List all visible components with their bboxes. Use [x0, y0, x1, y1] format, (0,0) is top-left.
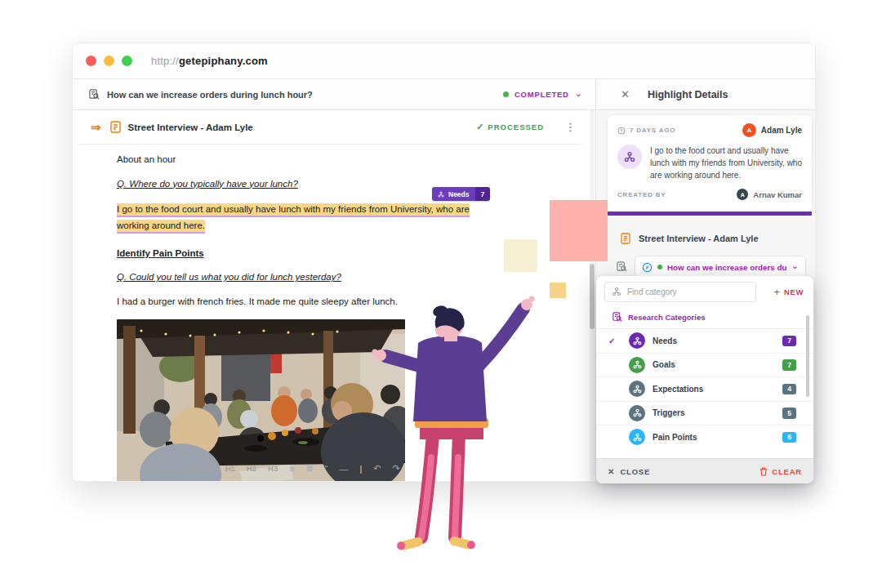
- clock-icon: [617, 127, 626, 135]
- category-icon: [612, 287, 621, 296]
- category-name: Needs: [653, 336, 677, 345]
- question-dropdown-row: How can we increase orders during lu... …: [596, 256, 816, 278]
- timestamp: 7 DAYS AGO: [617, 127, 675, 135]
- traffic-light-maximize[interactable]: [122, 56, 132, 66]
- url-scheme: http://: [151, 55, 179, 67]
- badge-label: Needs: [448, 190, 470, 198]
- quote-text: I go to the food court and usually have …: [650, 145, 802, 181]
- close-icon[interactable]: ✕: [621, 88, 630, 100]
- check-icon: ✓: [608, 336, 629, 345]
- close-icon: ✕: [608, 467, 614, 476]
- traffic-light-close[interactable]: [86, 56, 96, 66]
- category-search-input[interactable]: [627, 287, 733, 296]
- category-icon: [629, 405, 645, 421]
- close-button[interactable]: ✕ CLOSE: [608, 467, 650, 476]
- new-label: NEW: [784, 287, 804, 296]
- needs-highlight-badge[interactable]: Needs 7: [432, 187, 490, 201]
- source-document-row[interactable]: Street Interview - Adam Lyle: [621, 233, 759, 244]
- research-question: How can we increase orders during lunch …: [107, 90, 313, 100]
- close-label: CLOSE: [620, 467, 650, 476]
- category-list: ✓ Needs 7 ✓ Goals 7 ✓ Expectations 4 ✓ T…: [596, 328, 813, 449]
- toolbar-button[interactable]: H1: [225, 464, 235, 473]
- toolbar-button[interactable]: ≡: [289, 464, 294, 474]
- category-row[interactable]: ✓ Goals 7: [596, 353, 813, 377]
- decor-square-gold: [550, 283, 566, 298]
- source-document-title: Street Interview - Adam Lyle: [639, 234, 759, 243]
- category-bubble: [617, 145, 642, 169]
- sidebar-collapse-icon[interactable]: ⇒: [91, 120, 101, 135]
- category-icon: [438, 191, 444, 198]
- category-row[interactable]: ✓ Pain Points 6: [596, 425, 813, 449]
- toolbar-button[interactable]: U: [207, 464, 214, 474]
- popup-footer: ✕ CLOSE CLEAR: [596, 458, 813, 483]
- status-dot: [503, 91, 509, 97]
- chevron-down-icon: ⌄: [575, 91, 582, 96]
- accent-divider: [608, 212, 812, 216]
- chevron-down-icon: ⌄: [791, 263, 799, 268]
- created-by-label: CREATED BY: [617, 191, 666, 198]
- clear-label: CLEAR: [772, 467, 802, 476]
- document-title: Street Interview - Adam Lyle: [128, 122, 253, 132]
- kebab-menu-icon[interactable]: ⋮: [565, 121, 576, 133]
- category-row[interactable]: ✓ Needs 7: [596, 328, 813, 353]
- popup-scrollbar[interactable]: [806, 315, 809, 397]
- category-count-badge: 7: [782, 359, 796, 371]
- popup-search-row: + NEW: [596, 276, 813, 307]
- toolbar-button[interactable]: B: [158, 464, 164, 474]
- dropdown-value: How can we increase orders during lu...: [667, 263, 786, 272]
- needs-badge-label: Needs: [432, 187, 475, 201]
- url-domain: getepiphany.com: [179, 55, 268, 67]
- new-category-button[interactable]: + NEW: [773, 286, 804, 298]
- processed-label: PROCESSED: [488, 122, 544, 131]
- status-label: COMPLETED: [514, 90, 569, 99]
- status-dropdown[interactable]: COMPLETED ⌄: [503, 90, 582, 99]
- category-count-badge: 5: [782, 408, 796, 419]
- decor-square-cream: [504, 239, 537, 272]
- toolbar-button[interactable]: ≣: [306, 463, 314, 474]
- address-bar[interactable]: http://getepiphany.com: [151, 55, 268, 67]
- topbar-main: How can we increase orders during lunch …: [73, 79, 595, 109]
- clear-button[interactable]: CLEAR: [760, 467, 802, 476]
- category-icon: [629, 381, 645, 397]
- scrollbar-thumb[interactable]: [590, 264, 595, 329]
- category-count-badge: 6: [782, 432, 796, 443]
- paragraph: About an hour: [117, 153, 509, 167]
- research-categories-icon: [612, 312, 622, 322]
- avatar: A: [742, 123, 756, 137]
- check-icon: ✓: [476, 122, 483, 132]
- toolbar-button[interactable]: “: [325, 464, 328, 474]
- document-icon: [110, 121, 121, 133]
- toolbar-button[interactable]: S: [189, 464, 195, 474]
- category-row[interactable]: ✓ Expectations 4: [596, 376, 813, 401]
- category-popup: + NEW Research Categories ✓ Needs 7 ✓ Go…: [596, 276, 813, 483]
- toolbar-button[interactable]: H2: [247, 464, 256, 473]
- category-name: Goals: [653, 360, 675, 369]
- category-name: Triggers: [653, 408, 684, 417]
- compass-icon: [642, 262, 653, 273]
- question-dropdown[interactable]: How can we increase orders during lu... …: [635, 256, 806, 278]
- category-icon: [629, 332, 645, 349]
- toolbar-button[interactable]: H3: [268, 464, 278, 473]
- research-question-icon: [89, 89, 100, 100]
- research-categories-label: Research Categories: [628, 313, 706, 322]
- project-topbar: How can we increase orders during lunch …: [73, 79, 815, 110]
- decor-square-pink: [550, 200, 608, 261]
- section-heading: Identify Pain Points: [117, 247, 509, 261]
- toolbar-button[interactable]: —: [339, 464, 348, 474]
- processed-status: ✓ PROCESSED: [476, 122, 544, 132]
- category-count-badge: 7: [782, 336, 796, 347]
- category-name: Expectations: [653, 385, 703, 394]
- document-icon: [621, 233, 630, 244]
- avatar: A: [737, 189, 748, 200]
- paragraph: I go to the food court and usually have …: [117, 201, 497, 234]
- category-icon: [629, 357, 645, 373]
- category-icon: [624, 151, 635, 163]
- highlighted-text[interactable]: I go to the food court and usually have …: [117, 203, 470, 234]
- traffic-light-minimize[interactable]: [104, 56, 114, 66]
- category-row[interactable]: ✓ Triggers 5: [596, 401, 813, 425]
- category-search-box[interactable]: [604, 282, 756, 302]
- main-scrollbar: [590, 110, 595, 481]
- toolbar-button[interactable]: I: [176, 464, 178, 474]
- highlight-details-header: ✕ Highlight Details: [595, 79, 816, 109]
- timestamp-text: 7 DAYS AGO: [630, 127, 675, 134]
